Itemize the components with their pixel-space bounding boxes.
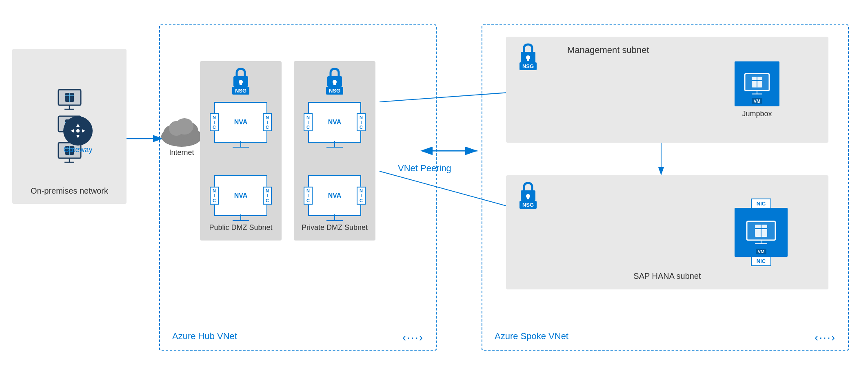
spoke-vnet-label: Azure Spoke VNet <box>495 331 568 342</box>
jumpbox-vm-label: VM <box>752 98 763 104</box>
svg-rect-43 <box>240 82 242 85</box>
sap-nsg-label: NSG <box>519 201 537 209</box>
private-dmz-nva-top: NIC NVA NIC <box>308 102 361 143</box>
svg-rect-67 <box>527 196 529 199</box>
public-dmz-nva-top: NIC NVA NIC <box>214 102 267 143</box>
sap-subnet-label: SAP HANA subnet <box>506 271 828 281</box>
monitor-icon-1 <box>56 89 83 111</box>
gateway-label: Gateway <box>63 146 92 154</box>
on-premises-label: On-premises network <box>12 186 127 196</box>
sap-nic-bottom: NIC <box>751 256 771 266</box>
management-nsg: NSG <box>518 43 538 70</box>
sap-vm-group: NIC VM NIC <box>735 199 788 266</box>
jumpbox-group: VM Jumpbox <box>735 62 779 118</box>
private-dmz-label: Private DMZ Subnet <box>294 223 375 232</box>
sap-subnet-box: NSG NIC VM NIC SAP HANA subnet <box>506 175 828 289</box>
hub-vnet-ellipsis[interactable]: ‹···› <box>402 331 424 344</box>
jumpbox-vm-icon: VM <box>735 62 779 106</box>
sap-nic-top: NIC <box>751 199 771 209</box>
svg-rect-50 <box>333 82 336 85</box>
gateway-group: Gateway <box>63 116 93 154</box>
gateway-icon <box>63 116 93 146</box>
public-dmz-label: Public DMZ Subnet <box>200 223 282 232</box>
public-dmz-box: NSG NIC NVA NIC NIC NVA NIC <box>200 61 282 241</box>
sap-vm-label: VM <box>756 249 767 254</box>
management-nsg-label: NSG <box>519 62 537 70</box>
svg-rect-57 <box>527 57 529 61</box>
svg-point-34 <box>76 129 80 132</box>
management-subnet-label: Management subnet <box>567 45 649 55</box>
diagram-container: On-premises network Gateway <box>0 0 868 384</box>
private-dmz-nsg-label: NSG <box>326 87 343 95</box>
spoke-vnet-ellipsis[interactable]: ‹···› <box>815 331 836 344</box>
private-dmz-nva-bottom: NIC NVA NIC <box>308 175 361 216</box>
public-dmz-nva-bottom: NIC NVA NIC <box>214 175 267 216</box>
sap-vm-icon: VM <box>735 208 788 257</box>
hub-vnet-label: Azure Hub VNet <box>172 331 237 342</box>
private-dmz-box: NSG NIC NVA NIC NIC NVA NIC <box>294 61 375 241</box>
jumpbox-text-label: Jumpbox <box>742 110 772 118</box>
management-subnet-box: NSG Management subnet VM Jumpbox <box>506 37 828 143</box>
sap-nsg: NSG <box>518 181 538 209</box>
vnet-peering-label: VNet Peering <box>398 163 451 174</box>
public-dmz-nsg-label: NSG <box>232 87 249 95</box>
public-dmz-nsg: NSG <box>231 67 251 95</box>
private-dmz-nsg: NSG <box>325 67 344 95</box>
